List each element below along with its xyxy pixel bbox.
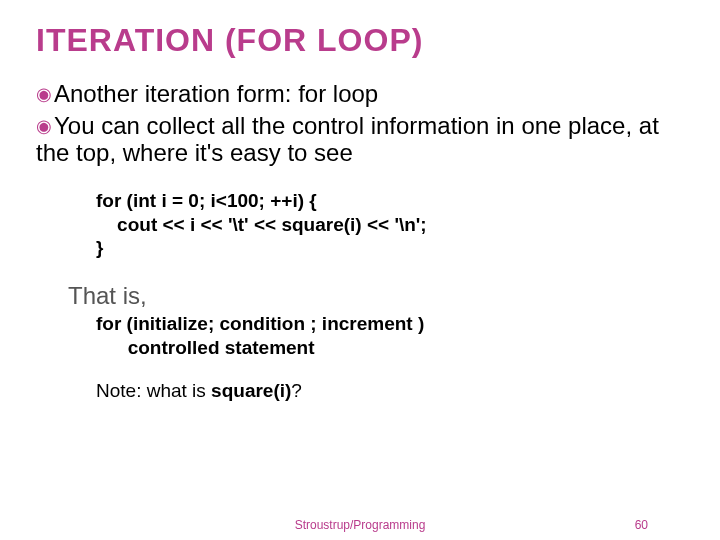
slide-title: ITERATION (FOR LOOP) [36,22,423,59]
bullet-item: ◉Another iteration form: for loop [36,80,684,108]
note-pre: Note: what is [96,380,211,401]
bullet-item: ◉You can collect all the control informa… [36,112,684,167]
bullet-keyword: for [298,80,326,107]
footer-credit: Stroustrup/Programming [0,518,720,532]
note-line: Note: what is square(i)? [96,380,684,402]
syntax-line: for (initialize; condition ; increment ) [96,312,684,336]
bullet-icon: ◉ [36,84,52,104]
subheading: That is, [68,282,684,310]
bullet-icon: ◉ [36,116,52,136]
code-line: } [96,236,684,260]
note-keyword: square(i) [211,380,291,401]
page-number: 60 [635,518,648,532]
slide-body: ◉Another iteration form: for loop ◉You c… [36,80,684,402]
syntax-block: for (initialize; condition ; increment )… [96,312,684,360]
code-line: cout << i << '\t' << square(i) << '\n'; [96,213,684,237]
bullet-text: You can collect all the control informat… [36,112,659,167]
syntax-line: controlled statement [96,336,684,360]
bullet-text-pre: Another iteration form: [54,80,298,107]
code-line: for (int i = 0; i<100; ++i) { [96,189,684,213]
slide: ITERATION (FOR LOOP) ◉Another iteration … [0,0,720,540]
code-block: for (int i = 0; i<100; ++i) { cout << i … [96,189,684,260]
bullet-text-post: loop [326,80,378,107]
note-post: ? [291,380,302,401]
